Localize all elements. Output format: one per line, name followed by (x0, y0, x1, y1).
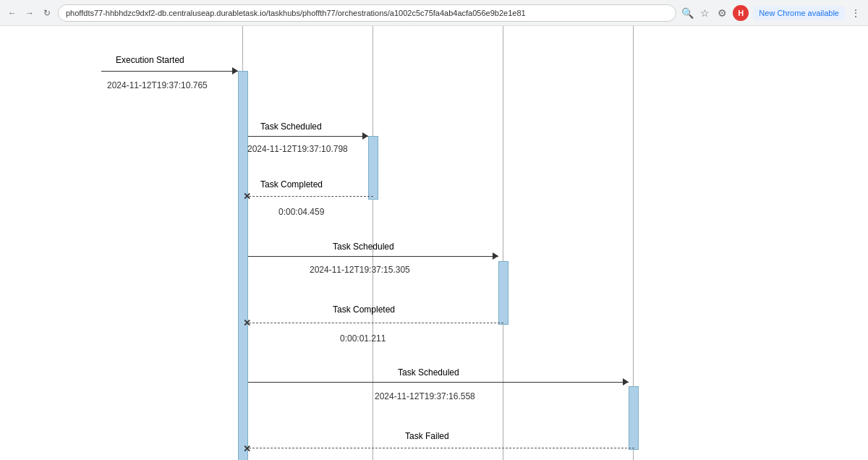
browser-chrome: ← → ↻ phoffdts77-hhbhdzc9dxf2-db.central… (0, 0, 868, 26)
label-task-failed: Task Failed (405, 431, 449, 441)
activation-box-3 (498, 261, 509, 325)
arrow-line-execution-started (101, 71, 238, 72)
star-icon[interactable]: ☆ (698, 7, 711, 20)
dashed-line-2 (249, 323, 503, 323)
activation-box-4 (629, 386, 639, 450)
diagram-area: Execution Started 2024-11-12T19:37:10.76… (0, 26, 868, 460)
activation-box-1 (238, 71, 248, 460)
label-task-scheduled-3: Task Scheduled (398, 367, 459, 378)
label-task-scheduled-2: Task Scheduled (333, 242, 394, 252)
arrow-line-task-scheduled-1 (248, 136, 368, 137)
arrow-line-task-scheduled-3 (248, 382, 629, 383)
search-icon[interactable]: 🔍 (681, 7, 694, 20)
profile-avatar[interactable]: H (733, 5, 749, 21)
duration-task-completed-1: 0:00:04.459 (278, 207, 324, 217)
lifeline-3 (503, 26, 503, 460)
duration-task-completed-2: 0:00:01.211 (340, 333, 386, 344)
dashed-line-1 (249, 196, 373, 197)
menu-icon[interactable]: ⋮ (849, 7, 862, 20)
reload-button[interactable]: ↻ (41, 7, 54, 20)
label-task-completed-2: Task Completed (333, 304, 395, 315)
forward-button[interactable]: → (23, 7, 36, 20)
url-text: phoffdts77-hhbhdzc9dxf2-db.centraluseap.… (66, 9, 526, 17)
address-bar[interactable]: phoffdts77-hhbhdzc9dxf2-db.centraluseap.… (58, 4, 676, 22)
label-task-completed-1: Task Completed (260, 179, 323, 189)
arrowhead-task-scheduled-1 (362, 132, 368, 140)
activation-box-2 (368, 136, 378, 200)
arrowhead-execution-started (232, 67, 238, 74)
timestamp-task-scheduled-3: 2024-11-12T19:37:16.558 (375, 391, 475, 401)
back-button[interactable]: ← (6, 7, 19, 20)
arrowhead-task-scheduled-2 (493, 252, 498, 260)
extensions-icon[interactable]: ⚙ (715, 7, 728, 20)
new-chrome-button[interactable]: New Chrome available (753, 7, 845, 20)
dashed-line-3 (249, 448, 634, 448)
arrowhead-task-scheduled-3 (623, 378, 629, 386)
label-task-scheduled-1: Task Scheduled (260, 122, 322, 132)
x-mark-3: ✕ (243, 443, 251, 454)
timestamp-task-scheduled-2: 2024-11-12T19:37:15.305 (310, 265, 410, 275)
label-execution-started: Execution Started (116, 55, 184, 65)
arrow-line-task-scheduled-2 (248, 256, 498, 257)
timestamp-task-scheduled-1: 2024-11-12T19:37:10.798 (247, 144, 348, 154)
timestamp-execution-started: 2024-11-12T19:37:10.765 (107, 80, 208, 90)
